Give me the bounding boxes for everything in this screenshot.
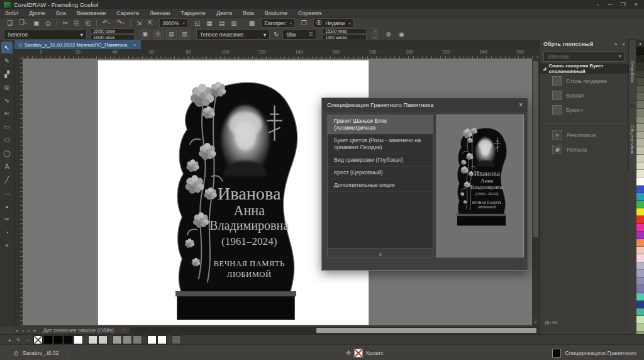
menu-item-5[interactable]: Леенаю <box>150 10 170 16</box>
palette-swatch-20[interactable] <box>636 201 644 208</box>
vertical-ruler[interactable] <box>14 59 23 325</box>
doc-swatch-6[interactable] <box>88 335 97 344</box>
palette-swatch-24[interactable] <box>636 232 644 239</box>
zoom-tool[interactable]: ◎ <box>1 81 13 93</box>
palette-swatch-35[interactable] <box>636 316 644 323</box>
menu-item-7[interactable]: Деита <box>216 10 232 16</box>
doc-palette-icon-0[interactable]: ▸ <box>9 337 11 343</box>
paste-icon[interactable]: ⎗ <box>82 18 94 28</box>
search-input[interactable] <box>547 53 618 60</box>
expander-icon[interactable]: ◢ <box>543 66 546 71</box>
filter-icon[interactable]: ▼ <box>618 54 622 59</box>
doc-swatch-4[interactable] <box>74 335 83 344</box>
horizontal-ruler[interactable]: 020406080100120140160180200220240260 <box>23 49 539 59</box>
palette-swatch-26[interactable] <box>636 247 644 254</box>
cut-icon[interactable]: ✂ <box>59 18 70 28</box>
pick-tool[interactable]: ↖ <box>1 42 13 53</box>
target-icon[interactable]: ◉ <box>399 31 404 38</box>
docker-item-1[interactable]: Вовоит <box>540 88 629 103</box>
position-x-field[interactable]: 16050 соом <box>91 28 135 34</box>
copy-icon[interactable]: ⎘ <box>71 18 82 28</box>
doc-swatch-14[interactable] <box>157 335 167 344</box>
ruler-corner[interactable] <box>14 49 23 59</box>
outline-none-swatch[interactable] <box>354 349 363 357</box>
doc-swatch-16[interactable] <box>172 335 181 344</box>
palette-swatch-19[interactable] <box>636 193 644 201</box>
fullscreen-preview-icon[interactable]: ◱ <box>191 18 203 28</box>
menu-item-1[interactable]: Дропе <box>29 10 45 16</box>
ellipse-tool[interactable]: ◯ <box>1 147 13 159</box>
prev-page-icon[interactable]: ‹ <box>22 328 24 334</box>
print-icon[interactable]: ⎙ <box>42 18 53 28</box>
palette-swatch-34[interactable] <box>636 308 644 316</box>
doc-swatch-1[interactable] <box>43 335 53 344</box>
collapse-icon[interactable]: » <box>614 42 617 47</box>
spec-list-item-3[interactable]: Крест (Церковный) <box>328 167 433 179</box>
object-button-2[interactable]: ▤ <box>166 30 177 40</box>
knife-tool[interactable]: ✄ <box>1 108 13 120</box>
palette-swatch-30[interactable] <box>636 278 644 285</box>
fill-color-swatch[interactable] <box>552 349 561 357</box>
palette-swatch-10[interactable] <box>636 124 644 132</box>
document-tab[interactable]: ⌂ Saratov_v_31.03.2022 МеяпоеПС_Памятонк… <box>14 40 141 49</box>
gear-icon[interactable]: ⚙ <box>386 31 391 38</box>
menu-item-10[interactable]: Copeews <box>298 10 322 16</box>
palette-swatch-25[interactable] <box>636 239 644 247</box>
object-button-3[interactable]: ▥ <box>179 30 190 40</box>
scroll-more-button[interactable]: » <box>328 248 433 257</box>
docker-fx-item-0[interactable]: fxPesomonus <box>540 128 629 142</box>
close-icon[interactable]: × <box>519 101 523 108</box>
palette-swatch-33[interactable] <box>636 301 644 308</box>
docker-search[interactable]: ▼ <box>543 51 625 62</box>
new-document-icon[interactable]: ❏ <box>4 18 16 28</box>
rotate-icon[interactable]: ↻ <box>274 31 279 38</box>
import-icon[interactable]: ⇲ <box>133 18 145 28</box>
palette-swatch-22[interactable] <box>636 216 644 223</box>
palette-swatch-5[interactable] <box>636 86 644 93</box>
menu-item-4[interactable]: Сарента <box>116 10 139 16</box>
palette-swatch-13[interactable] <box>636 147 644 155</box>
palette-swatch-31[interactable] <box>636 285 644 293</box>
window-icon[interactable]: ❐ <box>298 18 310 28</box>
position-y-field[interactable]: 18530 апое <box>91 35 135 40</box>
show-rulers-icon[interactable]: ▦ <box>203 18 215 28</box>
object-button-0[interactable]: ▣ <box>140 30 150 40</box>
menu-item-6[interactable]: Тарцинте <box>181 10 206 16</box>
size-spinner[interactable]: +− <box>372 28 378 40</box>
doc-swatch-9[interactable] <box>113 335 122 344</box>
menu-item-2[interactable]: Бпа <box>56 10 66 16</box>
doc-swatch-10[interactable] <box>123 335 132 344</box>
side-tab-0[interactable]: Опиобаль <box>628 39 636 105</box>
horizontal-scrollbar-thumb[interactable] <box>316 328 536 333</box>
line-tool[interactable]: ╱ <box>1 174 13 186</box>
tray-icon[interactable]: ▫ <box>597 1 599 8</box>
palette-swatch-12[interactable] <box>636 139 644 147</box>
menu-item-8[interactable]: Воіа <box>243 10 254 16</box>
palette-swatch-6[interactable] <box>636 93 644 101</box>
launch-combo[interactable]: ⒷНедаnw▾ <box>313 18 354 28</box>
side-tab-1[interactable]: Сбц ечгтлвак <box>628 106 636 172</box>
drag-handle[interactable]: ∷ <box>123 327 126 334</box>
palette-swatch-17[interactable] <box>636 177 644 185</box>
palette-swatch-14[interactable] <box>636 155 644 162</box>
palette-swatch-27[interactable] <box>636 254 644 262</box>
spec-list-item-2[interactable]: Вид гравировки (Глубокая) <box>328 154 433 167</box>
palette-swatch-28[interactable] <box>636 262 644 270</box>
menu-item-0[interactable]: Sпбл <box>5 10 18 16</box>
zoom-level-combo[interactable]: 2000%▾ <box>159 18 187 28</box>
palette-swatch-29[interactable] <box>636 270 644 278</box>
close-icon[interactable]: × <box>133 43 136 47</box>
first-page-icon[interactable]: « <box>16 328 18 334</box>
crop-tool[interactable]: ▞ <box>1 68 13 80</box>
no-color-swatch[interactable] <box>33 335 43 344</box>
doc-swatch-3[interactable] <box>64 335 73 344</box>
palette-swatch-0[interactable] <box>636 47 644 55</box>
docker-fx-item-1[interactable]: ▣Pemene <box>540 142 629 157</box>
spec-list-item-4[interactable]: Дополнительные опции <box>328 179 433 192</box>
last-page-icon[interactable]: » <box>33 328 36 334</box>
palette-swatch-2[interactable] <box>636 62 644 70</box>
eyedropper-tool[interactable]: ✑ <box>1 213 13 225</box>
doc-swatch-7[interactable] <box>98 335 108 344</box>
object-button-1[interactable]: ⎘ <box>153 30 164 40</box>
close-icon[interactable]: × <box>635 1 638 8</box>
